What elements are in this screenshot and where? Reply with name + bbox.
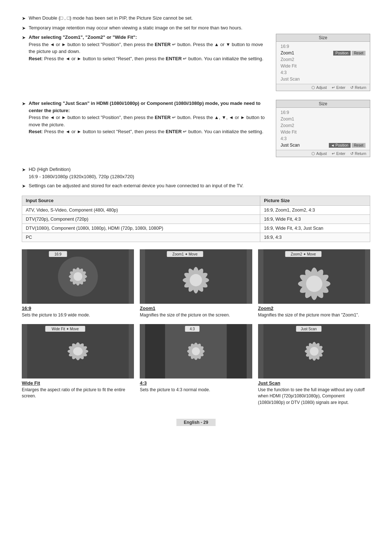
panel1-container: Size 16:9 Zoom1 Position Reset Zoom2 Wid… [276,34,370,95]
panel2-reset-btn[interactable]: Reset [352,143,366,148]
panel1-footer-adjust: ⬡ Adjust [311,85,327,90]
panel1-title: Size [276,34,370,42]
justscan-section: ➤ After selecting "Just Scan" in HDMI (1… [22,100,370,161]
bullet-item-3: ➤ After selecting "Zoom1", "Zoom2" or "W… [22,34,269,62]
panel2-row-169: 16:9 [281,109,366,116]
tv-panel-1: Size 16:9 Zoom1 Position Reset Zoom2 Wid… [276,34,370,91]
image-cell-justscan: Just Scan Just Scan Use the function to … [258,324,370,406]
panel2-footer-enter: ↵ Enter [332,151,345,156]
svg-point-18 [190,274,202,286]
table-cell: DTV(1080i), Component (1080i, 1080p), HD… [22,224,260,233]
caption-text-43: Sets the picture to 4:3 normal mode. [140,387,252,393]
image-cell-zoom1: Zoom1 ✦ Move Zoom1 Magnifies the size of… [140,249,252,318]
panel1-position-btn[interactable]: Position [333,51,351,56]
panel1-row-justscan: Just Scan [281,76,366,82]
table-cell: DTV(720p), Component (720p) [22,214,260,224]
svg-text:Zoom2 ✦ Move: Zoom2 ✦ Move [291,252,316,256]
flower-image-zoom1: Zoom1 ✦ Move [140,249,252,304]
panel2-body: 16:9 Zoom1 Zoom2 Wide Fit 4:3 Just Scan … [276,108,370,150]
caption-text-justscan: Use the function to see the full image w… [258,387,370,406]
table-cell: 16:9, 4:3 [260,233,370,242]
table-row: ATV, Video, S-Video, Component (480i, 48… [22,205,370,214]
table-row: DTV(720p), Component (720p) 16:9, Wide F… [22,214,370,224]
flower-image-justscan: Just Scan [258,324,370,379]
panel1-reset-btn[interactable]: Reset [352,51,366,56]
flower-image-169: 16:9 [22,249,134,304]
table-row: PC 16:9, 4:3 [22,233,370,242]
bullet-item-4: ➤ After selecting "Just Scan" in HDMI (1… [22,100,269,135]
image-caption-169: 16:9 Sets the picture to 16:9 wide mode. [22,306,134,318]
bullet5-text: 16:9 - 1080i/1080p (1920x1080), 720p (12… [29,174,134,179]
page-footer: English - 29 [22,417,370,428]
bullet-item-1: ➤ When Double (□ , □) mode has been set … [22,15,370,22]
table-header-picture: Picture Size [260,196,370,205]
image-caption-widefit: Wide Fit Enlarges the aspect ratio of th… [22,380,134,400]
picture-size-table: Input Source Picture Size ATV, Video, S-… [22,196,370,242]
panel1-row-zoom2: Zoom2 [281,56,366,63]
svg-text:Just Scan: Just Scan [301,327,317,331]
table-cell: ATV, Video, S-Video, Component (480i, 48… [22,205,260,214]
caption-title-justscan: Just Scan [258,380,370,386]
image-caption-zoom2: Zoom2 Magnifies the size of the picture … [258,306,370,318]
panel1-footer-return: ↺ Return [350,85,366,90]
flower-svg-zoom2: Zoom2 ✦ Move [258,249,370,304]
caption-text-169: Sets the picture to 16:9 wide mode. [22,312,134,318]
panel2-footer-adjust: ⬡ Adjust [311,151,327,156]
panel2-position-btn[interactable]: ◄ Position [329,143,351,148]
bullet-text-2: Temporary image retention may occur when… [29,24,370,32]
svg-point-28 [306,275,322,292]
panel1-row-43: 4:3 [281,69,366,76]
image-cell-zoom2: Zoom2 ✦ Move Zoom2 Magnifies the size of… [258,249,370,318]
image-cell-169: 16:9 16:9 Sets the picture to 16:9 wide … [22,249,134,318]
flower-svg-widefit: Wide Fit ✦ Move [22,324,134,379]
image-cell-43: 4:3 4:3 Sets the picture to 4:3 normal m… [140,324,252,406]
bullet4-title: After selecting "Just Scan" in HDMI (108… [29,101,261,113]
table-header-input: Input Source [22,196,260,205]
flower-svg-justscan: Just Scan [258,324,370,379]
panel2-row-zoom1: Zoom1 [281,116,366,122]
image-cell-widefit: Wide Fit ✦ Move Wide Fit Enlarges the as… [22,324,134,406]
flower-svg-169: 16:9 [22,249,134,304]
panel2-row-zoom2: Zoom2 [281,122,366,129]
caption-title-widefit: Wide Fit [22,380,134,386]
panel2-row-widefit: Wide Fit [281,129,366,135]
panel2-container: Size 16:9 Zoom1 Zoom2 Wide Fit 4:3 Just … [276,100,370,161]
flower-svg-43: 4:3 [140,324,252,379]
bullet-arrow-4: ➤ [22,100,26,107]
panel1-body: 16:9 Zoom1 Position Reset Zoom2 Wide Fit… [276,42,370,84]
panel2-row-justscan: Just Scan ◄ Position Reset [281,142,366,148]
bullet-text-4: After selecting "Just Scan" in HDMI (108… [29,100,269,135]
table-body: ATV, Video, S-Video, Component (480i, 48… [22,205,370,242]
panel2-footer: ⬡ Adjust ↵ Enter ↺ Return [276,150,370,157]
bullet-item-6: ➤ Settings can be adjusted and stored fo… [22,182,370,190]
image-grid: 16:9 16:9 Sets the picture to 16:9 wide … [22,249,370,406]
panel2-row-43: 4:3 [281,135,366,142]
panel1-row-169: 16:9 [281,43,366,50]
caption-text-widefit: Enlarges the aspect ratio of the picture… [22,387,134,400]
panel1-footer-enter: ↵ Enter [332,85,345,90]
zoom-text: ➤ After selecting "Zoom1", "Zoom2" or "W… [22,34,269,64]
flower-image-widefit: Wide Fit ✦ Move [22,324,134,379]
bullet-arrow-6: ➤ [22,183,26,190]
table-row: DTV(1080i), Component (1080i, 1080p), HD… [22,224,370,233]
panel1-footer: ⬡ Adjust ↵ Enter ↺ Return [276,84,370,91]
page-number: English - 29 [176,419,215,426]
caption-title-43: 4:3 [140,380,252,386]
table-cell: PC [22,233,260,242]
svg-point-59 [310,347,318,356]
bullet-text-5: HD (High Definition) 16:9 - 1080i/1080p … [29,166,370,180]
caption-title-zoom2: Zoom2 [258,306,370,311]
caption-text-zoom1: Magnifies the size of the picture on the… [140,312,252,318]
table-cell: 16:9, Zoom1, Zoom2, 4:3 [260,205,370,214]
bullet5-title: HD (High Definition) [29,167,71,172]
tv-panel-2: Size 16:9 Zoom1 Zoom2 Wide Fit 4:3 Just … [276,100,370,157]
flower-image-zoom2: Zoom2 ✦ Move [258,249,370,304]
svg-point-49 [192,347,200,355]
caption-title-zoom1: Zoom1 [140,306,252,311]
bullet-arrow-3: ➤ [22,34,26,41]
panel2-title: Size [276,100,370,108]
svg-text:4:3: 4:3 [190,327,195,331]
flower-svg-zoom1: Zoom1 ✦ Move [140,249,252,304]
panel1-row-zoom1: Zoom1 Position Reset [281,50,366,56]
bullet-arrow-5: ➤ [22,166,26,173]
